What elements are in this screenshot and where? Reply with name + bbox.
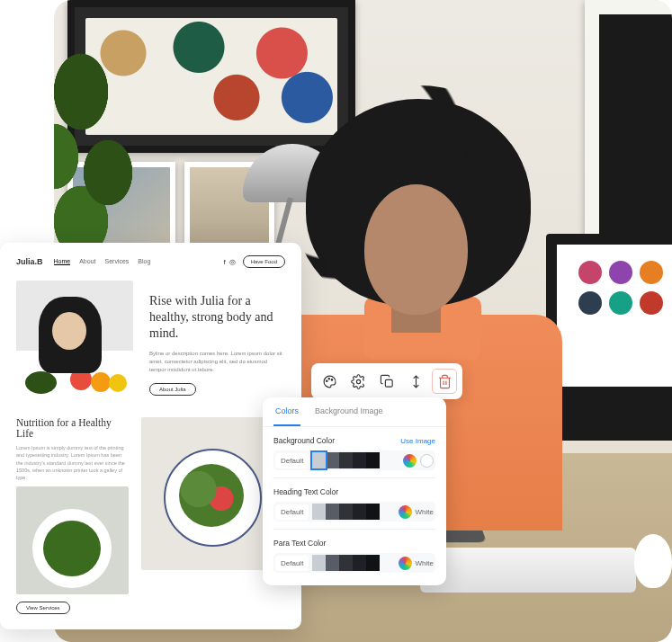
nav-blog[interactable]: Blog	[138, 258, 150, 265]
color-swatch[interactable]	[366, 555, 380, 571]
move-button[interactable]	[403, 369, 428, 394]
swatches	[312, 555, 392, 571]
para-color-section: Para Text Color Default White	[263, 530, 446, 575]
website-preview: Julia.B Home About Services Blog f ◎ Hav…	[0, 243, 301, 629]
gear-icon	[351, 374, 366, 389]
delete-button[interactable]	[432, 369, 457, 394]
swatches	[312, 504, 392, 520]
color-row: Default	[273, 450, 435, 470]
color-swatch[interactable]	[353, 452, 366, 468]
hero-image	[16, 281, 133, 397]
mouse	[634, 534, 672, 588]
nav-home[interactable]: Home	[54, 258, 71, 265]
hero-button[interactable]: About Julia	[149, 383, 196, 396]
nutrition-section: Nutrition for a Healthy Life Lorem Ipsum…	[16, 417, 285, 614]
panel-tabs: Colors Background Image	[263, 397, 446, 427]
color-value: White	[416, 559, 434, 567]
color-swatch[interactable]	[312, 452, 326, 468]
svg-point-3	[356, 379, 360, 383]
duplicate-button[interactable]	[374, 369, 399, 394]
header-cta-button[interactable]: Have Food	[243, 255, 285, 268]
hero-section: Rise with Julia for a healthy, strong bo…	[16, 281, 285, 397]
color-value: White	[416, 508, 434, 516]
default-color-button[interactable]: Default	[275, 504, 309, 520]
style-panel: Colors Background Image Background Color…	[263, 397, 446, 585]
color-swatch[interactable]	[339, 452, 353, 468]
food-image	[141, 417, 276, 570]
art-frame	[585, 0, 672, 252]
instagram-icon[interactable]: ◎	[229, 258, 236, 266]
white-swatch[interactable]	[420, 454, 434, 468]
hero-subtitle: Byline or description comes here. Lorem …	[149, 350, 285, 374]
heading-color-section: Heading Text Color Default White	[263, 478, 446, 523]
site-header: Julia.B Home About Services Blog f ◎ Hav…	[16, 255, 285, 268]
use-image-link[interactable]: Use Image	[400, 437, 435, 445]
color-swatch[interactable]	[366, 504, 380, 520]
social-links: f ◎	[223, 258, 235, 266]
color-swatch[interactable]	[339, 555, 353, 571]
swatches	[312, 452, 398, 468]
color-swatch[interactable]	[353, 555, 366, 571]
color-wheel-icon[interactable]	[403, 454, 417, 468]
color-wheel-icon[interactable]	[399, 505, 412, 519]
color-swatch[interactable]	[339, 504, 353, 520]
keyboard	[420, 548, 636, 593]
background-color-section: Background Color Use Image Default	[263, 427, 446, 472]
color-swatch[interactable]	[326, 504, 339, 520]
color-wheel-icon[interactable]	[399, 557, 412, 570]
block-toolbar	[311, 363, 462, 399]
section-label: Background Color	[273, 436, 335, 445]
tab-colors[interactable]: Colors	[273, 397, 300, 426]
section-label: Heading Text Color	[273, 487, 338, 496]
facebook-icon[interactable]: f	[223, 258, 225, 266]
settings-button[interactable]	[345, 369, 371, 394]
svg-point-2	[331, 379, 332, 379]
site-brand[interactable]: Julia.B	[16, 257, 43, 266]
hero-title: Rise with Julia for a healthy, strong bo…	[149, 293, 285, 343]
trash-icon	[437, 374, 452, 389]
svg-point-0	[326, 380, 327, 381]
color-swatch[interactable]	[353, 504, 366, 520]
nav-about[interactable]: About	[79, 258, 95, 265]
svg-point-1	[328, 378, 329, 379]
default-color-button[interactable]: Default	[275, 556, 309, 571]
section-subtitle: Lorem Ipsum is simply dummy text of the …	[16, 444, 129, 481]
monitor-screen	[578, 261, 663, 315]
nav-services[interactable]: Services	[105, 258, 130, 265]
copy-icon	[380, 374, 395, 389]
section-title: Nutrition for a Healthy Life	[16, 417, 129, 439]
color-swatch[interactable]	[326, 452, 339, 468]
palette-button[interactable]	[317, 369, 342, 394]
food-image	[16, 486, 129, 594]
view-services-button[interactable]: View Services	[16, 602, 70, 614]
color-swatch[interactable]	[326, 555, 339, 571]
default-color-button[interactable]: Default	[275, 453, 309, 468]
color-swatch[interactable]	[312, 555, 326, 571]
svg-rect-4	[385, 379, 392, 387]
palette-icon	[322, 374, 337, 389]
color-swatch[interactable]	[312, 504, 326, 520]
section-label: Para Text Color	[273, 539, 326, 548]
move-icon	[408, 374, 424, 389]
color-row: Default White	[273, 553, 435, 573]
color-swatch[interactable]	[366, 452, 380, 468]
site-nav: Home About Services Blog	[54, 258, 151, 265]
tab-background-image[interactable]: Background Image	[313, 397, 385, 426]
color-row: Default White	[273, 502, 435, 522]
